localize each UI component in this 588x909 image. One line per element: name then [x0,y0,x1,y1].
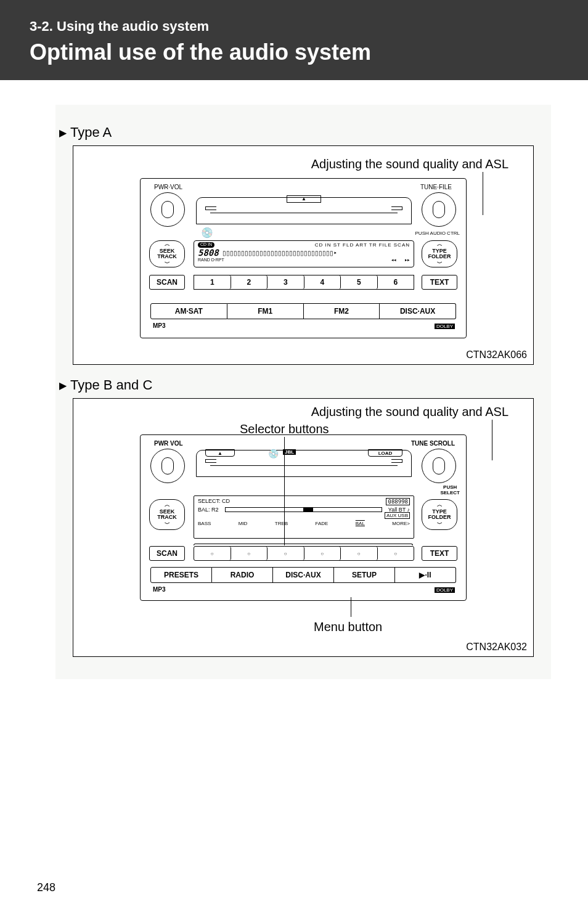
selector-treb: TREB [275,521,288,526]
seek-track-button[interactable]: ︿SEEK TRACK﹀ [149,240,185,267]
discaux-button-b[interactable]: DISC·AUX [273,567,334,583]
type-a-label: Type A [70,124,112,141]
label-jbl: JBL [283,449,296,455]
preset-4[interactable]: 4 [304,275,341,289]
radio-button[interactable]: RADIO [212,567,273,583]
pwr-vol-knob-b[interactable] [150,449,185,483]
type-a-heading: ▶ Type A [59,124,551,141]
annotation-menu: Menu button [314,620,382,634]
setup-button[interactable]: SETUP [334,567,395,583]
selector-mid: MID [239,521,248,526]
tune-knob-b[interactable] [422,449,456,483]
annotation-adjust-b: Adjusting the sound quality and ASL [311,405,508,419]
display-select: SELECT: CD [198,498,230,505]
slot-line [210,213,398,213]
caption-b: CTN32AK032 [466,642,527,653]
triangle-icon-b: ▶ [59,380,67,391]
preset-b1[interactable]: ○ [194,547,231,560]
preset-6[interactable]: 6 [378,275,414,289]
selector-more: MORE> [392,521,410,526]
balance-bar [225,507,382,512]
preset-5[interactable]: 5 [341,275,378,289]
preset-1[interactable]: 1 [194,275,231,289]
display-a: CD IN CD IN ST FLD ART TR FILE SCAN 5808… [194,240,414,267]
load-button[interactable]: LOAD [368,449,402,457]
page-title: Optimal use of the audio system [30,39,558,65]
type-b-label: Type B and C [70,377,152,393]
bottom-row-a: AM·SAT FM1 FM2 DISC·AUX [150,303,456,319]
preset-row-b: ○ ○ ○ ○ ○ ○ [194,546,414,561]
fm1-button[interactable]: FM1 [227,303,304,319]
page-header: 3-2. Using the audio system Optimal use … [0,0,588,80]
seek-track-button-b[interactable]: ︿SEEK TRACK﹀ [149,499,185,530]
type-b-heading: ▶ Type B and C [59,377,551,393]
preset-b5[interactable]: ○ [341,547,378,560]
label-tune-file: TUNE·FILE [420,184,452,190]
label-pwr-vol: PWR·VOL [154,184,182,190]
preset-b6[interactable]: ○ [378,547,414,560]
selector-bass: BASS [198,521,211,526]
selector-row: BASS MID TREB FADE BAL MORE> [198,521,410,526]
annotation-adjust-a: Adjusting the sound quality and ASL [311,157,508,171]
leader-line-a [483,172,483,215]
label-dolby-b: DOLBY [435,587,455,593]
leader-line-b1 [492,420,492,460]
text-button-b[interactable]: TEXT [422,546,457,561]
slot-arrow-right-icon [391,206,402,210]
label-dolby-a: DOLBY [435,324,455,329]
display-b: SELECT: CD 088998 BAL: R2 Yall BT ♪ AUX … [194,495,414,539]
compact-disc-icon-b: 💿 [268,449,279,459]
disc-slot[interactable]: ▲ [196,197,412,224]
preset-b3[interactable]: ○ [267,547,304,560]
selector-bal: BAL [356,521,365,526]
figure-type-b: Adjusting the sound quality and ASL Sele… [73,398,534,657]
radio-unit-b: PWR VOL TUNE SCROLL PUSH SELECT ▲ LOAD 💿… [140,434,467,601]
radio-unit-a: PWR·VOL TUNE·FILE PUSH AUDIO CTRL ▲ 💿 ︿S… [140,178,467,338]
preset-b2[interactable]: ○ [231,547,268,560]
preset-row-a: 1 2 3 4 5 6 [194,275,414,290]
bottom-row-b: PRESETS RADIO DISC·AUX SETUP ▶·II [150,567,456,583]
display-time: 088998 [386,498,410,505]
label-tune-scroll: TUNE SCROLL [411,440,455,447]
display-rand: RAND D·RPT [198,258,224,263]
caption-a: CTN32AK066 [466,349,527,361]
display-aux: AUX USB [385,512,410,519]
type-folder-button[interactable]: ︿TYPE FOLDER﹀ [422,240,457,267]
text-button-a[interactable]: TEXT [422,275,457,290]
label-push-select: PUSH SELECT [440,484,460,495]
section-number: 3-2. Using the audio system [30,18,558,35]
pwr-vol-knob[interactable] [150,192,185,227]
display-bal: BAL: R2 [198,507,219,513]
label-pwr-vol-b: PWR VOL [154,440,183,447]
scan-button-b[interactable]: SCAN [149,546,185,561]
leader-line-menu [351,597,351,617]
disc-slot-b[interactable]: ▲ LOAD 💿 JBL [196,450,412,477]
fm2-button[interactable]: FM2 [304,303,380,319]
play-pause-button[interactable]: ▶·II [395,567,456,583]
tune-knob[interactable] [422,192,456,227]
type-folder-button-b[interactable]: ︿TYPE FOLDER﹀ [422,499,457,530]
discaux-button-a[interactable]: DISC·AUX [380,303,456,319]
eject-button-b[interactable]: ▲ [205,449,235,457]
amsat-button[interactable]: AM·SAT [150,303,227,319]
scan-button-a[interactable]: SCAN [149,275,185,290]
display-number: 5808 [198,248,219,258]
eject-button[interactable]: ▲ [287,195,321,203]
figure-type-a: Adjusting the sound quality and ASL PWR·… [73,145,534,365]
slot-arrow-left-icon [205,206,216,210]
label-mp3-b: MP3 [153,586,166,593]
triangle-icon: ▶ [59,127,67,139]
selector-fade: FADE [315,521,328,526]
label-push-audio: PUSH AUDIO CTRL [415,230,460,236]
label-mp3-a: MP3 [153,322,166,329]
presets-button[interactable]: PRESETS [150,567,212,583]
compact-disc-icon: 💿 [201,227,213,238]
display-icons: CD IN ST FLD ART TR FILE SCAN [315,242,410,248]
content-inset: ▶ Type A Adjusting the sound quality and… [55,105,551,679]
preset-b4[interactable]: ○ [304,547,341,560]
preset-3[interactable]: 3 [267,275,304,289]
page-number: 248 [37,881,55,894]
preset-2[interactable]: 2 [231,275,268,289]
